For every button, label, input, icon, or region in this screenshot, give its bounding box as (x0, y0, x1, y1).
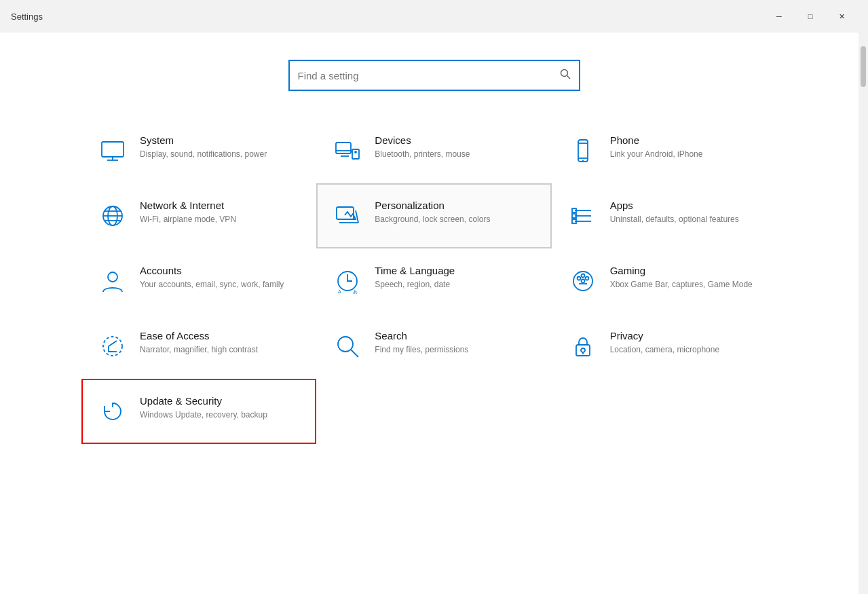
search-input[interactable] (298, 70, 560, 81)
gaming-icon (567, 265, 599, 297)
minimize-button[interactable]: ─ (763, 5, 795, 27)
setting-name-system: System (140, 134, 301, 146)
setting-desc-accounts: Your accounts, email, sync, work, family (140, 279, 301, 291)
setting-item-phone[interactable]: Phone Link your Android, iPhone (552, 118, 787, 183)
setting-item-ease[interactable]: Ease of Access Narrator, magnifier, high… (81, 314, 316, 379)
setting-name-accounts: Accounts (140, 265, 301, 276)
setting-desc-system: Display, sound, notifications, power (140, 149, 301, 160)
setting-text-phone: Phone Link your Android, iPhone (610, 134, 772, 160)
svg-point-13 (582, 160, 584, 162)
svg-point-0 (561, 70, 567, 77)
svg-point-44 (581, 348, 585, 352)
setting-desc-personalization: Background, lock screen, colors (375, 214, 536, 225)
system-icon (96, 134, 129, 167)
search-icon (331, 330, 364, 363)
setting-name-apps: Apps (610, 200, 772, 211)
window-title: Settings (11, 12, 763, 22)
titlebar: Settings ─ □ ✕ (0, 0, 868, 33)
svg-point-36 (581, 280, 584, 283)
setting-text-system: System Display, sound, notifications, po… (140, 134, 301, 160)
setting-text-personalization: Personalization Background, lock screen,… (375, 200, 536, 225)
search-box[interactable] (288, 60, 580, 91)
phone-icon (567, 134, 599, 167)
setting-text-privacy: Privacy Location, camera, microphone (610, 330, 772, 356)
setting-text-update: Update & Security Windows Update, recove… (140, 395, 301, 421)
setting-item-update[interactable]: Update & Security Windows Update, recove… (81, 379, 316, 444)
search-icon (560, 69, 571, 82)
setting-desc-phone: Link your Android, iPhone (610, 149, 772, 160)
setting-text-gaming: Gaming Xbox Game Bar, captures, Game Mod… (610, 265, 772, 291)
setting-name-network: Network & Internet (140, 200, 301, 211)
svg-point-34 (581, 274, 584, 278)
setting-name-search: Search (375, 330, 536, 341)
update-icon (96, 395, 129, 428)
setting-item-time[interactable]: A あ Time & Language Speech, region, date (316, 248, 551, 314)
setting-text-devices: Devices Bluetooth, printers, mouse (375, 134, 536, 160)
setting-desc-gaming: Xbox Game Bar, captures, Game Mode (610, 279, 772, 291)
setting-item-network[interactable]: Network & Internet Wi-Fi, airplane mode,… (81, 183, 316, 248)
setting-desc-privacy: Location, camera, microphone (610, 344, 772, 356)
time-icon: A あ (331, 265, 364, 297)
setting-item-system[interactable]: System Display, sound, notifications, po… (81, 118, 316, 183)
setting-desc-network: Wi-Fi, airplane mode, VPN (140, 214, 301, 225)
setting-desc-ease: Narrator, magnifier, high contrast (140, 344, 301, 356)
setting-text-search: Search Find my files, permissions (375, 330, 536, 356)
setting-desc-devices: Bluetooth, printers, mouse (375, 149, 536, 160)
search-container (0, 33, 868, 111)
setting-item-search[interactable]: Search Find my files, permissions (316, 314, 551, 379)
setting-name-gaming: Gaming (610, 265, 772, 276)
setting-name-ease: Ease of Access (140, 330, 301, 341)
setting-name-phone: Phone (610, 134, 772, 146)
svg-rect-19 (337, 207, 354, 219)
setting-text-time: Time & Language Speech, region, date (375, 265, 536, 291)
setting-desc-update: Windows Update, recovery, backup (140, 409, 301, 421)
setting-item-privacy[interactable]: Privacy Location, camera, microphone (552, 314, 787, 379)
setting-item-apps[interactable]: Apps Uninstall, defaults, optional featu… (552, 183, 787, 248)
network-icon (96, 200, 129, 232)
svg-line-21 (356, 210, 358, 223)
scrollbar[interactable] (858, 33, 868, 594)
svg-point-35 (585, 277, 588, 280)
maximize-button[interactable]: □ (795, 5, 826, 27)
devices-icon (331, 134, 364, 167)
window-controls: ─ □ ✕ (763, 5, 857, 27)
svg-line-39 (109, 341, 117, 346)
ease-icon (96, 330, 129, 363)
setting-name-privacy: Privacy (610, 330, 772, 341)
setting-text-ease: Ease of Access Narrator, magnifier, high… (140, 330, 301, 356)
setting-text-network: Network & Internet Wi-Fi, airplane mode,… (140, 200, 301, 225)
setting-text-apps: Apps Uninstall, defaults, optional featu… (610, 200, 772, 225)
privacy-icon (567, 330, 599, 363)
scrollbar-thumb (861, 46, 866, 87)
svg-text:A: A (338, 289, 341, 294)
setting-name-devices: Devices (375, 134, 536, 146)
svg-point-41 (338, 337, 353, 352)
svg-rect-2 (102, 142, 124, 157)
svg-line-42 (351, 350, 358, 357)
svg-point-33 (577, 277, 580, 280)
svg-text:あ: あ (353, 289, 358, 295)
accounts-icon (96, 265, 129, 297)
setting-text-accounts: Accounts Your accounts, email, sync, wor… (140, 265, 301, 291)
main-content: System Display, sound, notifications, po… (0, 33, 868, 594)
personalization-icon (331, 200, 364, 232)
setting-desc-apps: Uninstall, defaults, optional features (610, 214, 772, 225)
svg-point-9 (355, 151, 356, 153)
apps-icon (567, 200, 599, 232)
setting-desc-time: Speech, region, date (375, 279, 536, 291)
setting-name-time: Time & Language (375, 265, 536, 276)
setting-name-update: Update & Security (140, 395, 301, 407)
svg-point-28 (108, 272, 117, 282)
setting-item-accounts[interactable]: Accounts Your accounts, email, sync, wor… (81, 248, 316, 314)
svg-line-1 (567, 76, 570, 79)
setting-item-personalization[interactable]: Personalization Background, lock screen,… (316, 183, 551, 248)
setting-name-personalization: Personalization (375, 200, 536, 211)
svg-point-38 (103, 337, 122, 356)
svg-rect-5 (336, 143, 351, 153)
setting-item-gaming[interactable]: Gaming Xbox Game Bar, captures, Game Mod… (552, 248, 787, 314)
setting-desc-search: Find my files, permissions (375, 344, 536, 356)
close-button[interactable]: ✕ (826, 5, 857, 27)
settings-grid: System Display, sound, notifications, po… (0, 111, 868, 471)
setting-item-devices[interactable]: Devices Bluetooth, printers, mouse (316, 118, 551, 183)
